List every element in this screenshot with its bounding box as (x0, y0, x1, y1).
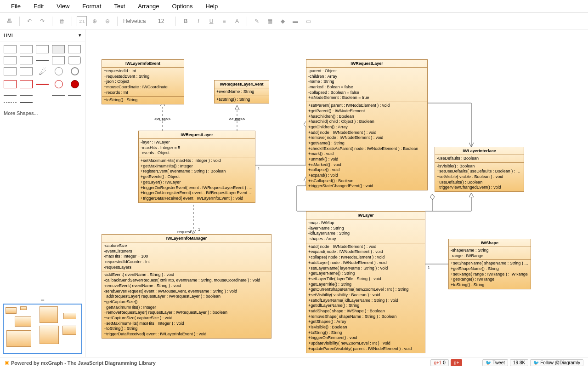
shape-actor-icon[interactable]: ☄ (36, 67, 49, 77)
uml-class-iwlayerinfoevent[interactable]: IWLayerInfoEvent+requestedId : Int+reque… (102, 59, 184, 104)
uml-class-iwlayer[interactable]: IWLayer-map : IWMap-layerName : String-i… (306, 211, 425, 353)
menubar: File Edit View Format Text Arrange Optio… (0, 0, 588, 13)
menu-help[interactable]: Help (199, 1, 224, 12)
shape-stencil[interactable] (36, 45, 49, 53)
label-multiplicity: 1 (198, 227, 200, 232)
shape-stencil[interactable] (20, 56, 33, 64)
shape-stencil[interactable] (4, 56, 17, 64)
overview-handle[interactable]: ═ (3, 298, 82, 303)
uml-class-iwlayerinterface[interactable]: IWLayerInterface-useDefaults : Boolean-i… (435, 147, 524, 192)
shape-stencil[interactable] (71, 80, 79, 88)
uml-class-iwrequestlayer-large[interactable]: IWRequestLayer-parent : Object-children … (306, 59, 428, 190)
shape-stencil[interactable] (68, 56, 81, 64)
shape-stencil[interactable] (52, 45, 65, 53)
shapes-palette: ☄ (0, 41, 85, 107)
menu-arrange[interactable]: Arrange (131, 1, 165, 12)
shape-stencil[interactable] (4, 102, 17, 103)
label-use: <<use>> (154, 117, 171, 121)
shape-stencil[interactable] (68, 95, 81, 96)
font-color-icon[interactable]: A (232, 16, 242, 26)
uml-class-iwrequestlayer[interactable]: IWRequestLayer-layer : IWLayer-maxHits :… (138, 131, 255, 203)
line-color-icon[interactable]: ✎ (252, 16, 262, 26)
menu-options[interactable]: Options (166, 1, 199, 12)
align-icon[interactable]: ≡ (219, 16, 229, 26)
shape-stencil[interactable] (20, 45, 33, 53)
shadow-icon[interactable]: ▬ (290, 16, 300, 26)
sidebar-panel-title[interactable]: UML▾ (0, 29, 85, 41)
bold-icon[interactable]: B (181, 16, 191, 26)
delete-icon[interactable]: 🗑 (57, 16, 67, 26)
underline-icon[interactable]: U (206, 16, 216, 26)
shape-stencil[interactable] (55, 80, 63, 88)
undo-icon[interactable]: ↶ (24, 16, 34, 26)
shape-stencil[interactable] (52, 56, 65, 64)
overview-minimap[interactable] (3, 304, 82, 354)
print-icon[interactable]: 🖶 (5, 16, 15, 26)
shape-stencil[interactable] (4, 67, 17, 75)
uml-class-iwshape[interactable]: IWShape-shapeName : String-range : IWRan… (448, 239, 531, 289)
shape-stencil[interactable] (20, 80, 33, 88)
shape-stencil[interactable] (68, 45, 81, 53)
image-icon[interactable]: ▭ (303, 16, 313, 26)
shape-stencil[interactable] (36, 60, 49, 61)
label-multiplicity: 1 (258, 167, 260, 171)
menu-edit[interactable]: Edit (27, 1, 50, 12)
shape-stencil[interactable] (71, 67, 79, 75)
zoom-reset-button[interactable]: 1:1 (77, 16, 87, 26)
menu-file[interactable]: File (5, 1, 27, 12)
sidebar: UML▾ ☄ (0, 29, 85, 357)
font-size-input[interactable] (157, 17, 171, 25)
canvas[interactable]: <<use>> <<use>> request 1 1 1 IWLayerInf… (85, 29, 588, 357)
redo-icon[interactable]: ↷ (37, 16, 47, 26)
zoom-out-icon[interactable]: ⊖ (102, 16, 113, 26)
gradient-icon[interactable]: ◆ (277, 16, 288, 26)
overview-panel: ═ (0, 295, 85, 357)
shape-stencil[interactable] (52, 95, 65, 96)
shape-stencil[interactable] (4, 95, 17, 96)
zoom-in-icon[interactable]: ⊕ (90, 16, 100, 26)
menu-text[interactable]: Text (107, 1, 131, 12)
shape-stencil[interactable] (20, 95, 33, 96)
shape-stencil[interactable] (20, 102, 33, 103)
label-request: request (177, 230, 191, 234)
shape-stencil[interactable] (36, 95, 49, 95)
shape-stencil[interactable] (36, 84, 49, 85)
italic-icon[interactable]: I (193, 16, 204, 26)
label-use: <<use>> (229, 117, 245, 121)
shape-stencil[interactable] (55, 67, 63, 75)
shape-stencil[interactable] (4, 45, 17, 53)
font-family-input[interactable] (122, 17, 154, 25)
more-shapes-link[interactable]: More Shapes... (0, 107, 85, 120)
fill-color-icon[interactable]: ▦ (265, 16, 275, 26)
label-multiplicity: 1 (428, 265, 430, 270)
toolbar: 🖶 ↶ ↷ 🗑 1:1 ⊕ ⊖ B I U ≡ A ✎ ▦ ◆ ▬ ▭ (0, 13, 588, 29)
shape-stencil[interactable] (4, 80, 17, 88)
uml-class-iwlayerinfomanager[interactable]: IWLayerInfoManager-captureSize-eventList… (102, 234, 271, 339)
shape-stencil[interactable] (20, 67, 33, 75)
uml-class-iwrequestlayerevent[interactable]: IWRequestLayerEvent+eventName : String+t… (214, 80, 269, 104)
menu-view[interactable]: View (50, 1, 76, 12)
menu-format[interactable]: Format (76, 1, 107, 12)
